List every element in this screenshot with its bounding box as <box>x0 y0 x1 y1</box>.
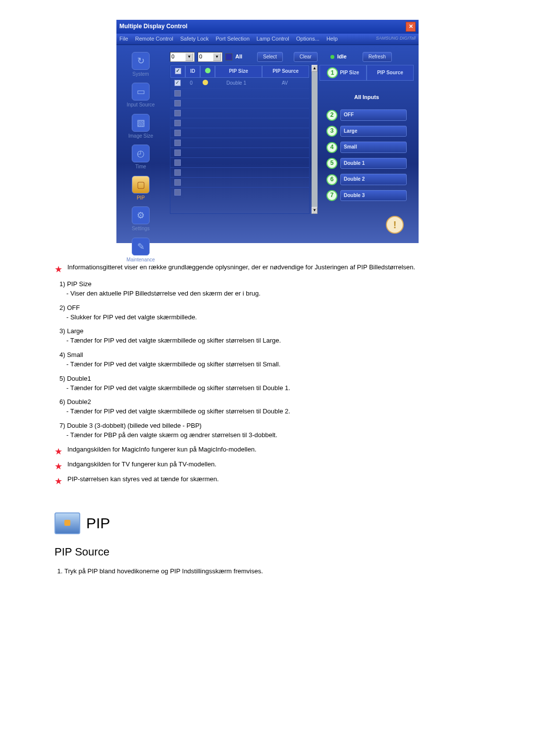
pip-section-icon <box>54 512 80 534</box>
table-row <box>170 108 309 118</box>
double2-button[interactable]: Double 2 <box>340 174 407 185</box>
menu-remote[interactable]: Remote Control <box>135 35 173 43</box>
list-item: 5) Double1- Tænder for PIP ved det valgt… <box>59 374 481 393</box>
info-grid: ID PIP Size PIP Source 0 Double 1 AV <box>170 65 310 214</box>
chevron-down-icon: ▼ <box>213 53 221 61</box>
table-row <box>170 118 309 128</box>
pip-section: PIP PIP Source Tryk på PIP bland hovedik… <box>54 512 481 576</box>
menu-safety[interactable]: Safety Lock <box>180 35 209 43</box>
list-item: 6) Double2- Tænder for PIP ved det valgt… <box>59 398 481 416</box>
table-row[interactable]: 0 Double 1 AV <box>170 78 309 89</box>
large-button[interactable]: Large <box>340 126 407 137</box>
sidebar-item-image-size[interactable]: ▧Image Size <box>118 114 163 140</box>
sidebar-item-settings[interactable]: ⚙Settings <box>118 206 163 233</box>
list-item: Tryk på PIP bland hovedikonerne og PIP I… <box>64 567 481 576</box>
select-1[interactable]: 0▼ <box>170 52 195 62</box>
idle-label: Idle <box>337 53 347 61</box>
star-icon: ★ <box>54 475 62 488</box>
table-row <box>170 98 309 108</box>
pip-icon: ▢ <box>132 176 150 194</box>
grid-header: ID PIP Size PIP Source <box>170 65 309 78</box>
star-icon: ★ <box>54 460 62 473</box>
list-item: 7) Double 3 (3-dobbelt) (billede ved bil… <box>59 421 481 440</box>
menu-options[interactable]: Options... <box>296 35 320 43</box>
brand-label: SAMSUNG DIGITall <box>376 35 416 43</box>
off-button[interactable]: OFF <box>340 109 407 121</box>
status-dot <box>330 55 334 59</box>
time-icon: ◴ <box>132 145 150 162</box>
table-row <box>170 177 309 187</box>
close-icon[interactable]: ✕ <box>406 22 416 32</box>
right-header: 1PIP Size PIP Source <box>320 65 414 81</box>
grid-scrollbar[interactable]: ▲ ▼ <box>312 65 318 214</box>
double3-button[interactable]: Double 3 <box>340 190 407 202</box>
star-note: PIP-størrelsen kan styres ved at tænde f… <box>67 475 219 484</box>
menu-file[interactable]: File <box>119 35 128 43</box>
header-check-icon[interactable] <box>175 68 181 74</box>
clear-button[interactable]: Clear <box>294 52 318 62</box>
toolbar: 0▼ 0▼ All Select Clear Idle Refresh <box>170 52 414 62</box>
all-label: All <box>235 53 242 61</box>
refresh-button[interactable]: Refresh <box>363 52 392 62</box>
small-button[interactable]: Small <box>340 142 407 153</box>
right-panel: 1PIP Size PIP Source All Inputs 2OFF 3La… <box>320 65 414 214</box>
sidebar-item-system[interactable]: ↻System <box>118 52 163 78</box>
intro-text: Informationsgitteret viser en række grun… <box>67 263 415 272</box>
system-icon: ↻ <box>132 52 150 70</box>
chevron-down-icon: ▼ <box>185 53 193 61</box>
list-item: 1) PIP Size- Viser den aktuelle PIP Bill… <box>59 280 481 299</box>
main-panel: 0▼ 0▼ All Select Clear Idle Refresh ID <box>165 45 419 243</box>
tab-pip-size[interactable]: 1PIP Size <box>320 65 367 81</box>
row-status-icon <box>203 80 208 85</box>
pip-heading: PIP <box>86 512 110 534</box>
app-window: Multiple Display Control ✕ File Remote C… <box>116 20 419 243</box>
table-row <box>170 187 309 197</box>
numbered-list: 1) PIP Size- Viser den aktuelle PIP Bill… <box>54 280 481 440</box>
sidebar: ↻System ▭Input Source ▧Image Size ◴Time … <box>116 45 165 243</box>
table-row <box>170 167 309 177</box>
double1-button[interactable]: Double 1 <box>340 158 407 169</box>
menu-help[interactable]: Help <box>326 35 338 43</box>
select-2[interactable]: 0▼ <box>198 52 222 62</box>
title-bar: Multiple Display Control ✕ <box>116 20 419 34</box>
callout-4: 4 <box>326 142 337 153</box>
table-row <box>170 88 309 98</box>
all-checkbox[interactable] <box>225 53 232 60</box>
callout-1: 1 <box>327 67 338 78</box>
footer: ! <box>170 214 414 236</box>
menu-lamp[interactable]: Lamp Control <box>257 35 289 43</box>
table-row <box>170 128 309 138</box>
row-check-icon[interactable] <box>174 80 181 86</box>
menu-port[interactable]: Port Selection <box>215 35 249 43</box>
panels: ID PIP Size PIP Source 0 Double 1 AV <box>170 65 414 214</box>
callout-7: 7 <box>326 190 337 201</box>
image-size-icon: ▧ <box>132 114 150 132</box>
list-item: 2) OFF- Slukker for PIP ved det valgte s… <box>59 303 481 322</box>
callout-3: 3 <box>326 126 337 137</box>
select-button[interactable]: Select <box>257 52 283 62</box>
list-item: 3) Large- Tænder for PIP ved det valgte … <box>59 327 481 346</box>
sidebar-item-time[interactable]: ◴Time <box>118 145 163 171</box>
star-note: Indgangskilden for MagicInfo fungerer ku… <box>67 445 257 454</box>
sidebar-item-maintenance[interactable]: ✎Maintenance <box>118 238 163 264</box>
notes-section: ★Informationsgitteret viser en række gru… <box>54 263 481 488</box>
table-row <box>170 157 309 167</box>
scroll-up-icon[interactable]: ▲ <box>312 65 318 72</box>
settings-icon: ⚙ <box>132 206 150 224</box>
maintenance-icon: ✎ <box>132 238 150 255</box>
callout-5: 5 <box>326 158 337 169</box>
content-area: ↻System ▭Input Source ▧Image Size ◴Time … <box>116 45 419 243</box>
pip-source-heading: PIP Source <box>54 544 481 560</box>
star-note: Indgangskilden for TV fungerer kun på TV… <box>67 460 216 469</box>
window-title: Multiple Display Control <box>119 22 187 31</box>
scroll-down-icon[interactable]: ▼ <box>312 207 318 214</box>
right-body: All Inputs 2OFF 3Large 4Small 5Double 1 … <box>320 81 414 214</box>
callout-6: 6 <box>326 174 337 185</box>
table-row <box>170 138 309 148</box>
input-source-icon: ▭ <box>132 83 150 101</box>
all-inputs-label: All Inputs <box>354 94 379 101</box>
sidebar-item-input-source[interactable]: ▭Input Source <box>118 83 163 109</box>
tab-pip-source[interactable]: PIP Source <box>367 65 414 81</box>
sidebar-item-pip[interactable]: ▢PIP <box>118 176 163 202</box>
star-icon: ★ <box>54 445 62 458</box>
